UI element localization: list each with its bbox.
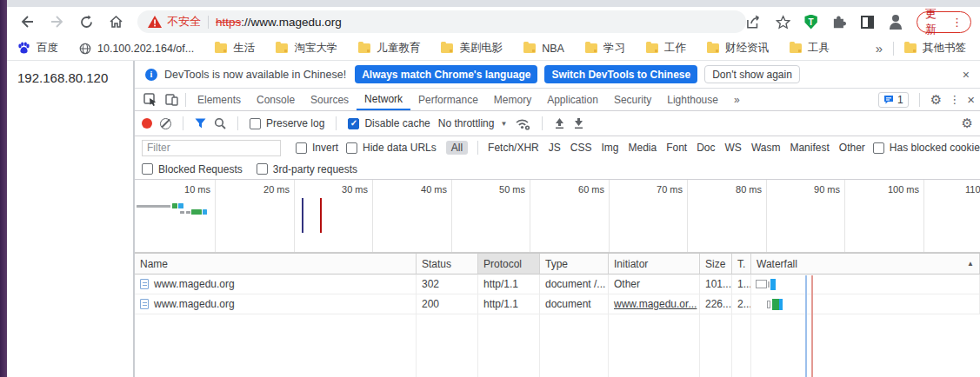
timeline-gridline — [530, 180, 530, 252]
bookmark-star-icon[interactable] — [776, 15, 790, 30]
timeline-gridline — [923, 180, 924, 252]
request-initiator-link[interactable]: www.magedu.or... — [614, 298, 697, 310]
column-header-protocol[interactable]: Protocol — [478, 254, 540, 274]
tab-elements[interactable]: Elements — [190, 89, 249, 110]
import-har-icon[interactable] — [554, 117, 565, 129]
filter-type-css[interactable]: CSS — [570, 142, 592, 154]
column-header-waterfall[interactable]: Waterfall ▲ — [751, 254, 980, 274]
bookmark-folder-study[interactable]: 学习 — [585, 41, 625, 56]
chrome-update-button[interactable]: 更新 ⋮ — [917, 11, 971, 33]
other-bookmarks-folder[interactable]: 其他书签 — [904, 41, 966, 56]
switch-to-chinese-button[interactable]: Switch DevTools to Chinese — [544, 65, 697, 83]
hide-data-urls-checkbox[interactable]: Hide data URLs — [346, 142, 437, 154]
tab-memory[interactable]: Memory — [486, 89, 539, 110]
filter-type-font[interactable]: Font — [666, 142, 687, 154]
share-icon[interactable] — [746, 15, 762, 30]
more-tabs-icon[interactable]: » — [726, 89, 748, 110]
filter-type-other[interactable]: Other — [839, 142, 865, 154]
filter-type-js[interactable]: JS — [549, 142, 561, 154]
request-size: 101... — [700, 274, 732, 294]
request-initiator: Other — [609, 274, 700, 294]
clear-network-log-icon[interactable] — [160, 118, 171, 129]
adblock-shield-icon[interactable]: T — [804, 15, 817, 30]
filter-type-doc[interactable]: Doc — [697, 142, 715, 154]
filter-type-all[interactable]: All — [446, 141, 468, 155]
bookmark-folder-finance[interactable]: 财经资讯 — [707, 41, 769, 56]
dont-show-again-button[interactable]: Don't show again — [704, 65, 800, 83]
tab-performance[interactable]: Performance — [410, 89, 486, 110]
match-language-button[interactable]: Always match Chrome's language — [355, 65, 537, 83]
tab-network[interactable]: Network — [357, 89, 410, 110]
devtools-menu-icon[interactable]: ⋮ — [949, 93, 960, 106]
filter-type-fetch-xhr[interactable]: Fetch/XHR — [488, 142, 539, 154]
checkbox-unchecked — [142, 163, 153, 175]
settings-gear-icon[interactable]: ⚙ — [930, 92, 942, 108]
extensions-puzzle-icon[interactable] — [831, 14, 847, 30]
bookmark-ip-link[interactable]: 10.100.202.164/of... — [79, 43, 194, 55]
throttling-dropdown[interactable]: No throttling ▼ — [438, 117, 508, 129]
filter-funnel-icon[interactable] — [195, 118, 206, 129]
network-settings-gear-icon[interactable]: ⚙ — [962, 116, 973, 131]
has-blocked-cookies-checkbox[interactable]: Has blocked cookies — [873, 142, 980, 154]
tab-sources[interactable]: Sources — [303, 89, 357, 110]
back-icon[interactable] — [16, 10, 38, 33]
filter-input[interactable] — [142, 140, 281, 156]
waterfall-stalled-bar — [756, 280, 767, 288]
third-party-requests-checkbox[interactable]: 3rd-party requests — [257, 163, 357, 175]
inspect-element-icon[interactable] — [140, 89, 161, 110]
table-row[interactable]: www.magedu.org 200 http/1.1 document www… — [135, 294, 980, 314]
tab-application[interactable]: Application — [539, 89, 606, 110]
forward-icon[interactable] — [45, 10, 68, 33]
filter-type-media[interactable]: Media — [628, 142, 657, 154]
column-header-type[interactable]: Type — [540, 254, 609, 274]
bookmark-folder-work[interactable]: 工作 — [646, 41, 686, 56]
tab-console[interactable]: Console — [249, 89, 303, 110]
bookmark-folder-movies[interactable]: 美剧电影 — [441, 41, 503, 56]
bookmarks-overflow-icon[interactable]: » — [876, 41, 883, 56]
column-header-time[interactable]: T. — [732, 254, 751, 274]
bookmark-folder-tools[interactable]: 工具 — [790, 41, 830, 56]
address-bar[interactable]: 不安全 https://www.magedu.org — [137, 10, 746, 33]
infobar-close-icon[interactable]: × — [963, 68, 970, 82]
filter-type-manifest[interactable]: Manifest — [790, 142, 829, 154]
invert-checkbox[interactable]: Invert — [296, 142, 338, 154]
tab-lighthouse[interactable]: Lighthouse — [659, 89, 726, 110]
request-protocol: http/1.1 — [478, 294, 540, 314]
reload-icon[interactable] — [75, 10, 97, 33]
devtools-close-icon[interactable]: × — [967, 92, 975, 107]
bookmark-folder-life[interactable]: 生活 — [215, 41, 255, 56]
filter-type-wasm[interactable]: Wasm — [751, 142, 781, 154]
bookmark-folder-taobao[interactable]: 淘宝大学 — [276, 41, 337, 56]
table-row[interactable]: www.magedu.org 302 http/1.1 document /..… — [135, 274, 980, 294]
bookmark-baidu[interactable]: 百度 — [17, 41, 58, 56]
browser-menu-icon[interactable]: ⋮ — [951, 16, 963, 29]
toolbar-divider — [183, 116, 183, 130]
column-header-initiator[interactable]: Initiator — [609, 254, 700, 274]
issues-counter[interactable]: 1 — [878, 92, 909, 108]
issues-count: 1 — [897, 94, 903, 106]
home-icon[interactable] — [104, 10, 127, 33]
record-network-log-button[interactable] — [142, 118, 152, 129]
column-header-status[interactable]: Status — [417, 254, 478, 274]
tab-security[interactable]: Security — [606, 89, 659, 110]
export-har-icon[interactable] — [573, 117, 584, 129]
disable-cache-checkbox[interactable]: ✓ Disable cache — [348, 117, 430, 129]
filter-type-ws[interactable]: WS — [725, 142, 742, 154]
sidebar-extension-icon[interactable] — [861, 16, 874, 29]
network-overview-timeline[interactable]: 10 ms 20 ms 30 ms 40 ms 50 ms 60 ms 70 m… — [135, 180, 980, 253]
search-icon[interactable] — [214, 117, 226, 129]
resource-type-filters: All Fetch/XHR JS CSS Img Media Font Doc … — [446, 141, 865, 155]
profile-avatar[interactable] — [888, 14, 903, 30]
column-header-name[interactable]: Name — [135, 254, 417, 274]
bookmark-folder-kids[interactable]: 儿童教育 — [358, 41, 420, 56]
bookmark-folder-nba[interactable]: NBA — [523, 43, 564, 55]
preserve-log-checkbox[interactable]: Preserve log — [250, 117, 324, 129]
network-conditions-icon[interactable] — [515, 117, 530, 130]
filter-type-img[interactable]: Img — [601, 142, 618, 154]
filter-divider — [477, 141, 478, 155]
blocked-requests-checkbox[interactable]: Blocked Requests — [142, 163, 243, 175]
column-header-size[interactable]: Size — [700, 254, 732, 274]
device-toolbar-icon[interactable] — [161, 89, 182, 110]
globe-icon — [79, 43, 91, 55]
avatar-body — [890, 23, 902, 30]
